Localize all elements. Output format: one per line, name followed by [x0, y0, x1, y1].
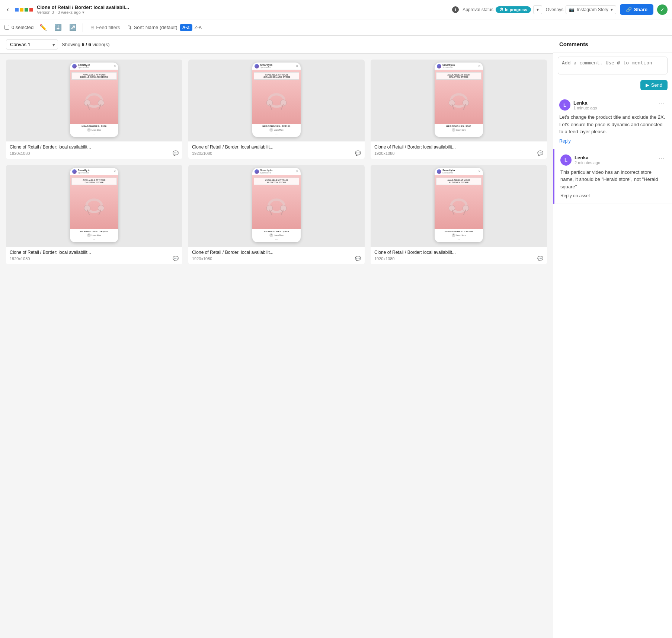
phone-brand: Smartly.io Sponsored [72, 169, 90, 174]
video-title: Clone of Retail / Border: local availabi… [10, 144, 179, 150]
toolbar: 0 selected ✏️ ⬇️ ↗️ ⊟ Feed filters ⇅ Sor… [0, 19, 672, 36]
phone-frame: Smartly.io Sponsored ✕ AVAILABLE AT YOUR… [252, 63, 301, 137]
comment-input-wrap: ▶ Send [553, 53, 672, 94]
video-card[interactable]: Smartly.io Sponsored ✕ AVAILABLE AT YOUR… [6, 60, 182, 159]
video-size: 1920x1080 [10, 256, 30, 261]
phone-dots: ··· [255, 238, 298, 241]
headphones-svg [447, 195, 470, 218]
phone-sponsored: Sponsored [260, 172, 272, 174]
comment-more-button[interactable]: ⋯ [657, 99, 666, 106]
sort-arrows-icon: ⇅ [128, 25, 132, 30]
main-layout: Canvas 1 Showing 6 / 6 video(s) Smartly.… [0, 36, 672, 638]
comments-header: Comments [553, 36, 672, 53]
video-size: 1920x1080 [192, 151, 212, 156]
logo-block [15, 8, 33, 12]
canvas-select[interactable]: Canvas 1 [6, 39, 58, 50]
reply-link[interactable]: Reply [559, 138, 571, 144]
phone-bottom: HEADPHONES: $300 ⌃ Learn More ··· [435, 124, 483, 137]
phone-sponsored: Sponsored [78, 172, 90, 174]
reply-on-asset-link[interactable]: Reply on asset [560, 193, 590, 198]
video-preview: Smartly.io Sponsored ✕ AVAILABLE AT YOUR… [6, 165, 182, 247]
phone-close-icon[interactable]: ✕ [296, 170, 298, 173]
comments-list: L Lenka 1 minute ago ⋯ Let's change the … [553, 94, 672, 638]
feed-filters-button[interactable]: ⊟ Feed filters [87, 23, 123, 32]
phone-frame: Smartly.io Sponsored ✕ AVAILABLE AT YOUR… [70, 63, 118, 137]
comment-input[interactable] [558, 57, 668, 74]
phone-inner: Smartly.io Sponsored ✕ AVAILABLE AT YOUR… [70, 63, 118, 137]
video-card[interactable]: Smartly.io Sponsored ✕ AVAILABLE AT YOUR… [371, 60, 547, 159]
sort-block: ⇅ Sort: Name (default) A-Z Z-A [128, 24, 202, 31]
video-title: Clone of Retail / Border: local availabi… [10, 250, 179, 255]
chevron-down-icon[interactable]: ▾ [82, 10, 84, 15]
download-button[interactable]: ⬇️ [53, 22, 63, 32]
comment-more-button[interactable]: ⋯ [657, 154, 666, 162]
overlay-select[interactable]: 📷 Instagram Story ▾ [566, 5, 616, 14]
video-card[interactable]: Smartly.io Sponsored ✕ AVAILABLE AT YOUR… [188, 60, 365, 159]
phone-name: Smartly.io [442, 64, 455, 66]
phone-topbar: Smartly.io Sponsored ✕ [70, 63, 118, 70]
video-card[interactable]: Smartly.io Sponsored ✕ AVAILABLE AT YOUR… [371, 165, 547, 264]
overlay-dropdown-chevron: ▾ [611, 7, 613, 12]
video-comment-icon[interactable]: 💬 [173, 150, 179, 156]
phone-name-wrap: Smartly.io Sponsored [260, 64, 272, 68]
video-size: 1920x1080 [10, 151, 30, 156]
edit-button[interactable]: ✏️ [38, 22, 48, 32]
project-version: Version 3 [37, 10, 54, 15]
phone-topbar: Smartly.io Sponsored ✕ [435, 63, 483, 70]
video-comment-icon[interactable]: 💬 [355, 150, 361, 156]
overlays-label: Overlays [546, 7, 563, 12]
phone-logo [255, 169, 259, 174]
comment-item: L Lenka 1 minute ago ⋯ Let's change the … [553, 94, 672, 149]
headphones-visual [265, 90, 288, 113]
learn-more-icon: ⌃ [452, 128, 455, 132]
back-button[interactable]: ‹ [4, 4, 11, 15]
logo-square-green [25, 8, 28, 12]
project-title: Clone of Retail / Border: local availabi… [37, 4, 448, 10]
comment-item: L Lenka 2 minutes ago ⋯ This particular … [553, 149, 672, 204]
video-comment-icon[interactable]: 💬 [537, 150, 543, 156]
phone-close-icon[interactable]: ✕ [296, 64, 298, 68]
phone-sponsored: Sponsored [442, 172, 455, 174]
approval-dropdown-button[interactable]: ▾ [533, 5, 542, 14]
phone-close-icon[interactable]: ✕ [478, 64, 481, 68]
phone-brand: Smartly.io Sponsored [255, 64, 272, 68]
learn-more: ⌃ Learn More [437, 233, 481, 238]
sort-az-button[interactable]: A-Z [180, 24, 192, 31]
video-info: Clone of Retail / Border: local availabi… [371, 141, 547, 159]
phone-name-wrap: Smartly.io Sponsored [442, 169, 455, 174]
video-card[interactable]: Smartly.io Sponsored ✕ AVAILABLE AT YOUR… [6, 165, 182, 264]
video-meta: 1920x1080 💬 [10, 150, 179, 156]
video-preview: Smartly.io Sponsored ✕ AVAILABLE AT YOUR… [188, 60, 365, 141]
phone-frame: Smartly.io Sponsored ✕ AVAILABLE AT YOUR… [435, 168, 483, 242]
headphones-svg [83, 195, 106, 218]
video-comment-icon[interactable]: 💬 [355, 256, 361, 261]
export-button[interactable]: ↗️ [68, 22, 78, 32]
sort-za-button[interactable]: Z-A [195, 25, 202, 30]
showing-prefix: Showing [62, 42, 80, 47]
phone-dots: ··· [72, 238, 116, 241]
comment-body: Let's change the product title and exclu… [559, 114, 666, 135]
share-button[interactable]: 🔗 Share [620, 4, 653, 15]
phone-content: AVAILABLE AT YOURHERALD SQUARE STORE [252, 70, 301, 124]
in-progress-badge[interactable]: ⏱ In progress [496, 6, 531, 13]
learn-more: ⌃ Learn More [72, 127, 116, 133]
phone-close-icon[interactable]: ✕ [113, 64, 116, 68]
canvas-select-wrap: Canvas 1 [6, 39, 58, 50]
phone-close-icon[interactable]: ✕ [113, 170, 116, 173]
select-all-checkbox[interactable] [4, 25, 9, 30]
video-meta: 1920x1080 💬 [10, 256, 179, 261]
phone-brand: Smartly.io Sponsored [72, 64, 90, 68]
video-size: 1920x1080 [192, 256, 212, 261]
phone-topbar: Smartly.io Sponsored ✕ [435, 168, 483, 175]
video-card[interactable]: Smartly.io Sponsored ✕ AVAILABLE AT YOUR… [188, 165, 365, 264]
video-comment-icon[interactable]: 💬 [173, 256, 179, 261]
comment-body: This particular video has an incorrect s… [560, 169, 666, 191]
info-icon[interactable]: i [452, 6, 459, 13]
video-comment-icon[interactable]: 💬 [537, 256, 543, 261]
send-button[interactable]: ▶ Send [640, 80, 668, 90]
phone-inner: Smartly.io Sponsored ✕ AVAILABLE AT YOUR… [70, 168, 118, 242]
check-circle-icon: ✓ [657, 4, 668, 15]
phone-close-icon[interactable]: ✕ [478, 170, 481, 173]
phone-frame: Smartly.io Sponsored ✕ AVAILABLE AT YOUR… [252, 168, 301, 242]
learn-more-icon: ⌃ [452, 233, 455, 237]
